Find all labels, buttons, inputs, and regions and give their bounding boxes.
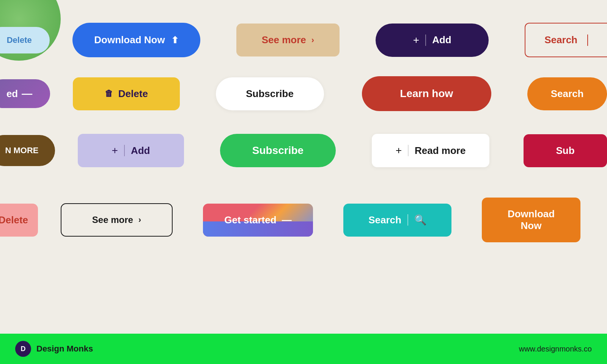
learn-how-button[interactable]: Learn how — [362, 76, 492, 111]
chevron-right-icon: › — [138, 215, 141, 225]
subscribe-green-label: Subscribe — [252, 144, 304, 157]
download-now-label: Download Now — [94, 34, 165, 46]
button-showcase: Delete Download Now ⬆ See more › + Add S… — [0, 0, 607, 242]
download-now-button[interactable]: Download Now ⬆ — [72, 23, 200, 57]
logo-letter: D — [21, 345, 26, 353]
delete-pink-button[interactable]: Delete — [0, 204, 38, 237]
website-url: www.designmonks.co — [519, 345, 592, 353]
trash-icon: 🗑 — [105, 89, 113, 99]
delete-yellow-button[interactable]: 🗑 Delete — [73, 77, 180, 110]
get-started-label: Get started — [224, 214, 276, 226]
add-dark-button[interactable]: + Add — [376, 24, 489, 57]
plus-light-icon: + — [112, 144, 118, 157]
button-row-4: Delete See more › Get started — Search 🔍… — [0, 198, 607, 242]
learn-how-label: Learn how — [400, 88, 453, 100]
button-row-2: ed — 🗑 Delete Subscribe Learn how Search — [0, 76, 607, 111]
divider — [407, 214, 408, 226]
see-more-outline-button[interactable]: See more › — [61, 203, 173, 237]
divider — [408, 145, 409, 156]
minus-get-started-icon: — — [282, 214, 292, 226]
subscribe-white-label: Subscribe — [246, 88, 294, 100]
brand-name: Design Monks — [36, 344, 93, 354]
read-more-brown-button[interactable]: N MORE — [0, 135, 55, 166]
see-more-tan-button[interactable]: See more › — [236, 24, 340, 56]
see-more-outline-label: See more — [92, 215, 133, 225]
upload-icon: ⬆ — [171, 35, 179, 46]
footer: D Design Monks www.designmonks.co — [0, 334, 607, 364]
delete-pink-label: Delete — [0, 214, 28, 226]
add-light-purple-label: Add — [131, 145, 150, 157]
download-orange-label: Download Now — [497, 208, 565, 232]
search-orange-button[interactable]: Search — [527, 77, 607, 110]
delete-light-label: Delete — [7, 35, 32, 45]
divider — [425, 35, 426, 46]
see-more-tan-label: See more — [262, 34, 306, 46]
search-outline-label: Search — [544, 34, 577, 46]
button-row-3: N MORE + Add Subscribe + Read more Sub — [0, 134, 607, 167]
get-started-button[interactable]: Get started — — [203, 204, 313, 237]
read-more-brown-label: N MORE — [5, 146, 39, 155]
subscribe-white-button[interactable]: Subscribe — [216, 77, 324, 110]
plus-read-icon: + — [396, 144, 402, 157]
search-teal-label: Search — [368, 214, 401, 226]
minus-icon: — — [22, 88, 32, 100]
divider — [124, 145, 125, 156]
add-light-purple-button[interactable]: + Add — [78, 134, 184, 167]
search-teal-button[interactable]: Search 🔍 — [343, 204, 451, 237]
button-row-1: Delete Download Now ⬆ See more › + Add S… — [0, 23, 607, 57]
read-more-white-button[interactable]: + Read more — [372, 134, 489, 167]
logo: D — [15, 341, 31, 357]
search-orange-label: Search — [551, 88, 584, 100]
add-dark-label: Add — [432, 34, 451, 46]
read-more-white-label: Read more — [415, 145, 465, 157]
delete-yellow-label: Delete — [118, 88, 148, 100]
download-orange-button[interactable]: Download Now — [482, 198, 580, 242]
subscribe-crimson-label: Sub — [556, 145, 574, 157]
search-outline-button[interactable]: Search — [525, 23, 607, 57]
subscribe-crimson-button[interactable]: Sub — [524, 134, 607, 167]
brand: D Design Monks — [15, 341, 93, 357]
minus-purple-button[interactable]: ed — — [0, 79, 50, 108]
search-teal-icon: 🔍 — [414, 214, 426, 226]
plus-icon: + — [413, 34, 419, 46]
delete-light-button[interactable]: Delete — [0, 27, 50, 53]
divider-vertical — [587, 35, 588, 46]
chevron-right-icon: › — [311, 35, 314, 45]
subscribe-green-button[interactable]: Subscribe — [220, 134, 336, 167]
minus-purple-label: ed — [6, 88, 18, 100]
